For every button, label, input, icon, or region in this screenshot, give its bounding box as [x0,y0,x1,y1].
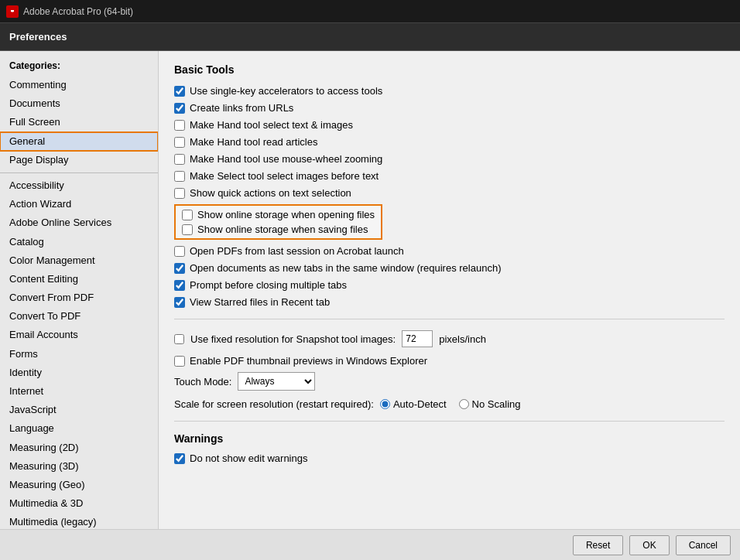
reset-button[interactable]: Reset [573,535,623,555]
separator-2 [174,421,725,422]
thumbnail-label: Enable PDF thumbnail previews in Windows… [190,355,427,367]
sidebar-item-commenting[interactable]: Commenting [0,76,158,94]
checkbox-quick-actions: Show quick actions on text selection [174,187,725,199]
checkbox-create-links-input[interactable] [174,103,185,114]
checkbox-single-key-label: Use single-key accelerators to access to… [190,85,382,97]
sidebar-item-convert-from-pdf[interactable]: Convert From PDF [0,289,158,307]
ok-button[interactable]: OK [629,535,669,555]
checkbox-single-key-input[interactable] [174,86,185,97]
radio-no-scaling-label: No Scaling [472,398,521,410]
checkbox-prompt-closing-tabs-input[interactable] [174,280,185,291]
sidebar-item-content-editing[interactable]: Content Editing [0,270,158,289]
sidebar-divider [0,172,158,173]
checkbox-hand-tool-text-input[interactable] [174,120,185,131]
radio-no-scaling-row: No Scaling [459,398,521,410]
touch-mode-dropdown[interactable]: Always Automatic Never [238,372,315,391]
checkbox-open-new-tabs: Open documents as new tabs in the same w… [174,262,725,274]
sidebar-item-javascript[interactable]: JavaScript [0,401,158,419]
cancel-button[interactable]: Cancel [676,535,731,555]
checkbox-no-edit-warnings: Do not show edit warnings [174,452,725,464]
checkbox-open-pdfs-last-session-label: Open PDFs from last session on Acrobat l… [190,245,404,257]
checkbox-hand-tool-zoom-label: Make Hand tool use mouse-wheel zooming [190,153,382,165]
checkbox-prompt-closing-tabs-label: Prompt before closing multiple tabs [190,279,347,291]
checkbox-show-online-saving-input[interactable] [182,224,193,235]
separator-1 [174,319,725,319]
checkbox-hand-tool-articles: Make Hand tool read articles [174,136,725,148]
scale-radio-group: Auto-Detect No Scaling [380,398,521,410]
radio-auto-detect-row: Auto-Detect [380,398,447,410]
touch-mode-row: Touch Mode: Always Automatic Never [174,372,725,391]
sidebar-item-forms[interactable]: Forms [0,345,158,364]
checkbox-open-pdfs-last-session-input[interactable] [174,246,185,257]
radio-auto-detect-label: Auto-Detect [393,398,447,410]
main-content: Basic Tools Use single-key accelerators … [159,51,740,529]
sidebar-item-multimedia-legacy[interactable]: Multimedia (legacy) [0,513,158,529]
no-edit-warnings-label: Do not show edit warnings [190,452,307,464]
checkbox-prompt-closing-tabs: Prompt before closing multiple tabs [174,279,725,291]
checkbox-open-pdfs-last-session: Open PDFs from last session on Acrobat l… [174,245,725,257]
snapshot-resolution-row: Use fixed resolution for Snapshot tool i… [174,330,725,347]
checkbox-thumbnail-input[interactable] [174,356,185,367]
sidebar: Categories: Commenting Documents Full Sc… [0,51,159,529]
checkbox-open-new-tabs-label: Open documents as new tabs in the same w… [190,262,502,274]
dialog-body: Categories: Commenting Documents Full Sc… [0,51,740,529]
sidebar-item-email-accounts[interactable]: Email Accounts [0,326,158,344]
sidebar-item-identity[interactable]: Identity [0,364,158,382]
warnings-title: Warnings [174,432,725,445]
checkbox-show-online-opening-label: Show online storage when opening files [197,209,375,220]
menu-bar: Preferences [0,23,740,51]
checkbox-show-online-saving-label: Show online storage when saving files [197,224,368,235]
sidebar-item-measuring-2d[interactable]: Measuring (2D) [0,439,158,457]
checkbox-show-online-saving: Show online storage when saving files [182,224,375,235]
checkbox-no-edit-warnings-input[interactable] [174,453,185,464]
checkbox-thumbnail-row: Enable PDF thumbnail previews in Windows… [174,355,725,367]
sidebar-item-documents[interactable]: Documents [0,94,158,113]
snapshot-value-input[interactable] [402,330,433,347]
checkbox-view-starred-files-label: View Starred files in Recent tab [190,296,330,308]
sidebar-item-convert-to-pdf[interactable]: Convert To PDF [0,307,158,326]
checkbox-hand-tool-zoom-input[interactable] [174,154,185,165]
preferences-dialog: Categories: Commenting Documents Full Sc… [0,51,740,560]
checkbox-snapshot-input[interactable] [174,334,184,344]
radio-auto-detect[interactable] [380,399,390,409]
checkbox-hand-tool-text-label: Make Hand tool select text & images [190,119,353,131]
checkbox-show-online-opening-input[interactable] [182,210,193,220]
basic-tools-title: Basic Tools [174,63,725,76]
checkbox-hand-tool-text: Make Hand tool select text & images [174,119,725,131]
checkbox-hand-tool-articles-label: Make Hand tool read articles [190,136,317,148]
sidebar-item-color-management[interactable]: Color Management [0,251,158,270]
touch-mode-label: Touch Mode: [174,376,231,388]
checkbox-quick-actions-input[interactable] [174,188,185,199]
checkbox-create-links: Create links from URLs [174,102,725,114]
sidebar-item-internet[interactable]: Internet [0,382,158,401]
checkbox-open-new-tabs-input[interactable] [174,263,185,274]
sidebar-item-action-wizard[interactable]: Action Wizard [0,195,158,213]
dialog-footer: Reset OK Cancel [0,529,740,560]
checkbox-hand-tool-zoom: Make Hand tool use mouse-wheel zooming [174,153,725,165]
checkbox-select-tool-images-input[interactable] [174,171,185,182]
sidebar-item-language[interactable]: Language [0,419,158,438]
categories-label: Categories: [0,57,158,76]
checkbox-select-tool-images-label: Make Select tool select images before te… [190,170,379,182]
checkbox-view-starred-files-input[interactable] [174,297,185,308]
checkbox-hand-tool-articles-input[interactable] [174,137,185,148]
sidebar-item-adobe-online-services[interactable]: Adobe Online Services [0,213,158,232]
sidebar-item-page-display[interactable]: Page Display [0,151,158,169]
menu-bar-title: Preferences [9,31,67,43]
checkbox-quick-actions-label: Show quick actions on text selection [190,187,351,199]
checkbox-show-online-opening: Show online storage when opening files [182,209,375,220]
title-bar-text: Adobe Acrobat Pro (64-bit) [23,6,133,17]
sidebar-item-multimedia-3d[interactable]: Multimedia & 3D [0,494,158,513]
scale-row: Scale for screen resolution (restart req… [174,398,725,410]
app-icon [6,5,19,18]
sidebar-item-accessibility[interactable]: Accessibility [0,176,158,195]
sidebar-item-measuring-geo[interactable]: Measuring (Geo) [0,476,158,494]
scale-label: Scale for screen resolution (restart req… [174,398,374,410]
radio-no-scaling[interactable] [459,399,469,409]
sidebar-item-general[interactable]: General [0,132,158,151]
sidebar-item-catalog[interactable]: Catalog [0,233,158,251]
sidebar-item-measuring-3d[interactable]: Measuring (3D) [0,457,158,476]
sidebar-item-full-screen[interactable]: Full Screen [0,113,158,131]
title-bar: Adobe Acrobat Pro (64-bit) [0,0,740,23]
checkbox-create-links-label: Create links from URLs [190,102,293,114]
